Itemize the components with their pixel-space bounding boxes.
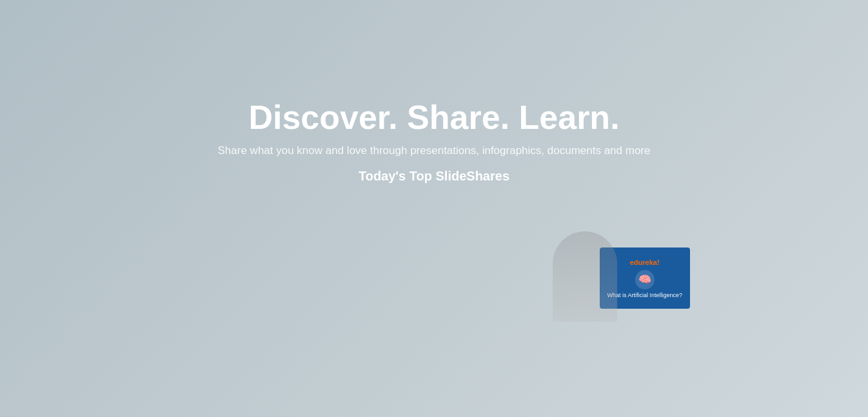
card-thumb-edureka: edureka! 🧠 What is Artificial Intelligen… [546,225,743,331]
hero-subtitle: Share what you know and love through pre… [218,144,651,157]
cards-section: ▮▮ NVIDIA TOP 5 STORIES - GTC 2018 DESIG… [0,224,868,417]
hero-title: Discover. Share. Learn. [218,98,651,137]
cards-wrapper: ▮▮ NVIDIA TOP 5 STORIES - GTC 2018 DESIG… [112,211,756,415]
edureka-ai-text: What is Artificial Intelligence? [607,292,682,298]
card-edureka: edureka! 🧠 What is Artificial Intelligen… [546,224,744,409]
edureka-brand: edureka! [630,258,660,266]
hero-content: Discover. Share. Learn. Share what you k… [218,98,651,184]
hero-section-title: Today's Top SlideShares [218,169,651,184]
